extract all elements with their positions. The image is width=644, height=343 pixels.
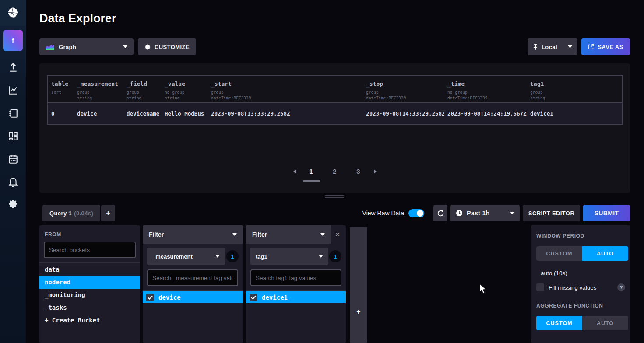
table-cell: 0: [48, 110, 74, 117]
tag-value-list: device1: [246, 290, 346, 303]
column-header[interactable]: _start group dateTime:RFC3339: [208, 76, 362, 102]
save-location-dropdown[interactable]: Local: [528, 38, 577, 55]
window-period-title: WINDOW PERIOD: [536, 233, 584, 239]
column-header[interactable]: table sort: [48, 76, 74, 102]
pagination-page[interactable]: 3: [350, 168, 367, 180]
window-period-panel: WINDOW PERIOD CUSTOM AUTO auto (10s) Fil…: [531, 225, 630, 343]
filter-panel-measurement: Filter _measurement 1 device: [143, 225, 243, 343]
view-raw-data-toggle[interactable]: [408, 209, 424, 217]
checkbox-checked-icon[interactable]: [250, 294, 257, 301]
bucket-search-input[interactable]: [44, 242, 136, 258]
aggregate-custom-button[interactable]: CUSTOM: [536, 316, 582, 330]
bucket-list: data nodered _monitoring _tasks + Create…: [39, 262, 140, 327]
create-bucket-button[interactable]: + Create Bucket: [39, 314, 140, 327]
table-cell: 2023-09-08T14:33:29.258Z: [362, 110, 444, 117]
customize-button[interactable]: CUSTOMIZE: [138, 38, 196, 55]
column-header[interactable]: _value no group string: [161, 76, 208, 102]
clock-icon: [456, 210, 463, 217]
from-bucket-panel: FROM data nodered _monitoring _tasks + C…: [39, 225, 140, 343]
raw-data-table: table sort _measurement group string _fi…: [47, 75, 623, 125]
notebooks-icon[interactable]: [0, 108, 26, 119]
settings-gear-icon[interactable]: [0, 198, 26, 210]
export-icon: [588, 44, 594, 50]
pagination: 1 2 3: [39, 168, 630, 182]
upload-icon[interactable]: [0, 62, 26, 73]
sidebar: f: [0, 0, 26, 343]
bucket-item[interactable]: data: [39, 263, 140, 276]
tag-value-search-input[interactable]: [250, 270, 341, 286]
column-header[interactable]: _field group string: [123, 76, 161, 102]
submit-label: SUBMIT: [594, 210, 619, 217]
query-tab[interactable]: Query 1 (0.04s): [42, 205, 100, 221]
script-editor-label: SCRIPT EDITOR: [528, 210, 574, 217]
bucket-item[interactable]: _tasks: [39, 301, 140, 314]
window-auto-button[interactable]: AUTO: [582, 246, 628, 261]
query-toolbar-right: View Raw Data Past 1h SCRIPT EDITOR SUBM…: [362, 205, 630, 221]
from-panel-title: FROM: [45, 231, 140, 238]
time-range-dropdown[interactable]: Past 1h: [450, 205, 520, 221]
checkbox-unchecked-icon[interactable]: [536, 284, 544, 291]
filter-type-dropdown[interactable]: Filter: [143, 225, 243, 244]
dashboards-icon[interactable]: [0, 130, 26, 142]
bucket-item-selected[interactable]: nodered: [39, 276, 140, 289]
time-range-label: Past 1h: [467, 210, 490, 217]
script-editor-button[interactable]: SCRIPT EDITOR: [523, 205, 580, 221]
column-header[interactable]: _stop group dateTime:RFC3339: [362, 76, 444, 102]
pin-icon: [533, 44, 538, 50]
pagination-next-icon[interactable]: [374, 169, 377, 174]
chevron-down-icon: [320, 233, 325, 236]
table-cell: Hello ModBus: [161, 110, 208, 117]
influxdb-logo[interactable]: [0, 0, 26, 26]
tag-value-item-selected[interactable]: device1: [246, 291, 346, 303]
tag-value-item-selected[interactable]: device: [143, 291, 243, 303]
close-filter-icon[interactable]: ×: [333, 230, 342, 239]
submit-button[interactable]: SUBMIT: [583, 205, 630, 221]
data-explorer-icon[interactable]: [0, 84, 26, 96]
column-header[interactable]: tag1 group string: [527, 76, 622, 102]
plus-icon: +: [106, 209, 110, 217]
tag-value-search-input[interactable]: [147, 270, 238, 286]
add-query-button[interactable]: +: [101, 205, 115, 221]
bucket-item[interactable]: _monitoring: [39, 289, 140, 301]
aggregate-auto-button[interactable]: AUTO: [582, 316, 628, 330]
tag-key-label: _measurement: [152, 253, 193, 260]
tasks-calendar-icon[interactable]: [0, 154, 26, 165]
table-cell: deviceName: [123, 110, 161, 117]
checkbox-checked-icon[interactable]: [146, 294, 154, 301]
save-as-button[interactable]: SAVE AS: [581, 38, 630, 55]
graph-label: Graph: [59, 44, 76, 50]
view-raw-data-group: View Raw Data: [362, 209, 424, 217]
mouse-cursor: [479, 284, 487, 295]
window-custom-button[interactable]: CUSTOM: [536, 246, 582, 261]
column-header[interactable]: _measurement group string: [74, 76, 123, 102]
plus-icon: +: [356, 308, 360, 316]
filter-panel-tag1: Filter × tag1 1 device1: [246, 225, 346, 343]
table-row: 0 device deviceName Hello ModBus 2023-09…: [48, 103, 622, 124]
chevron-down-icon: [215, 255, 220, 258]
column-header[interactable]: _time no group dateTime:RFC3339: [444, 76, 527, 102]
pagination-page[interactable]: 2: [327, 168, 343, 180]
visualization-type-dropdown[interactable]: Graph: [39, 38, 134, 55]
tag-key-dropdown[interactable]: _measurement: [147, 248, 225, 265]
alerts-bell-icon[interactable]: [0, 176, 26, 187]
pagination-page[interactable]: 1: [303, 168, 320, 182]
gear-icon: [144, 44, 151, 50]
view-raw-data-label: View Raw Data: [362, 210, 404, 217]
tag-key-label: tag1: [256, 253, 267, 260]
user-avatar[interactable]: f: [3, 30, 23, 51]
help-icon[interactable]: ?: [617, 284, 625, 291]
window-auto-value: auto (10s): [541, 270, 625, 276]
tag-key-dropdown[interactable]: tag1: [250, 248, 328, 265]
chevron-down-icon: [232, 233, 237, 236]
filter-type-dropdown[interactable]: Filter: [246, 225, 331, 244]
add-filter-card-button[interactable]: +: [350, 227, 367, 343]
toggle-knob: [417, 210, 423, 217]
filter-header-label: Filter: [252, 231, 267, 238]
window-period-segmented: CUSTOM AUTO: [536, 246, 628, 261]
pane-resize-handle[interactable]: [325, 195, 344, 200]
refresh-button[interactable]: [433, 205, 447, 221]
tag-value-label: device: [158, 294, 181, 301]
avatar-letter: f: [12, 37, 14, 44]
pagination-prev-icon[interactable]: [293, 169, 296, 174]
page-title: Data Explorer: [39, 12, 116, 25]
